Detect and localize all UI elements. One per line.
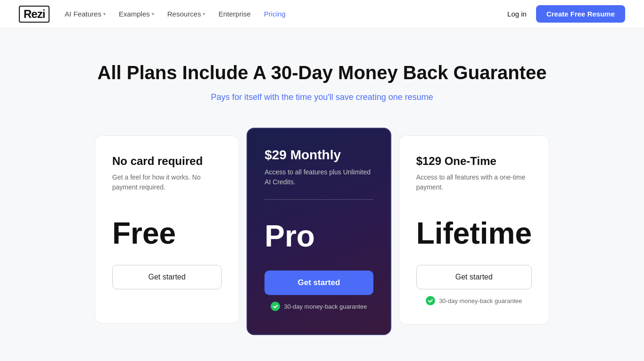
lifetime-get-started-button[interactable]: Get started	[416, 265, 532, 289]
create-resume-button[interactable]: Create Free Resume	[536, 5, 625, 23]
nav-label: AI Features	[65, 10, 101, 18]
free-plan-name: Free	[112, 216, 222, 251]
nav-links: AI Features ▾ Examples ▾ Resources ▾ Ent…	[65, 10, 492, 18]
pro-divider	[264, 199, 373, 200]
logo[interactable]: Rezi	[19, 6, 50, 23]
nav-label: Pricing	[264, 10, 286, 18]
free-card-header: No card required Get a feel for how it w…	[112, 155, 222, 197]
free-plan-title: No card required	[112, 155, 222, 168]
free-plan-card: No card required Get a feel for how it w…	[95, 135, 239, 324]
page-title: All Plans Include A 30-Day Money Back Gu…	[9, 61, 635, 84]
hero-section: All Plans Include A 30-Day Money Back Gu…	[0, 28, 644, 126]
lifetime-plan-card: $129 One-Time Access to all features wit…	[399, 135, 549, 325]
nav-label: Enterprise	[218, 10, 250, 18]
lifetime-plan-description: Access to all features with a one-time p…	[416, 172, 532, 192]
nav-label: Examples	[119, 10, 150, 18]
lifetime-guarantee-icon	[426, 296, 435, 305]
pro-get-started-button[interactable]: Get started	[264, 271, 373, 295]
pro-card-header: $29 Monthly Access to all features plus …	[264, 148, 373, 190]
chevron-icon: ▾	[103, 11, 106, 16]
free-plan-description: Get a feel for how it works. No payment …	[112, 172, 222, 192]
pro-plan-name: Pro	[264, 219, 373, 254]
navbar: Rezi AI Features ▾ Examples ▾ Resources …	[0, 0, 644, 28]
free-get-started-button[interactable]: Get started	[112, 265, 222, 289]
lifetime-plan-name: Lifetime	[416, 216, 532, 251]
hero-subtitle: Pays for itself with the time you'll sav…	[9, 92, 635, 102]
lifetime-guarantee-text: 30-day money-back guarantee	[439, 297, 522, 304]
pro-guarantee-badge: 30-day money-back guarantee	[264, 302, 373, 311]
pro-plan-description: Access to all features plus Unlimited AI…	[264, 167, 373, 187]
nav-item-pricing[interactable]: Pricing	[264, 10, 286, 18]
nav-right: Log in Create Free Resume	[507, 5, 625, 23]
chevron-icon: ▾	[152, 11, 154, 16]
login-button[interactable]: Log in	[507, 10, 527, 18]
nav-item-resources[interactable]: Resources ▾	[167, 10, 206, 18]
guarantee-icon	[271, 302, 280, 311]
pro-guarantee-text: 30-day money-back guarantee	[284, 303, 367, 310]
nav-item-enterprise[interactable]: Enterprise	[218, 10, 250, 18]
lifetime-plan-title: $129 One-Time	[416, 155, 532, 168]
nav-label: Resources	[167, 10, 201, 18]
pro-plan-card: $29 Monthly Access to all features plus …	[247, 128, 391, 335]
nav-item-ai-features[interactable]: AI Features ▾	[65, 10, 106, 18]
chevron-icon: ▾	[203, 11, 205, 16]
lifetime-card-header: $129 One-Time Access to all features wit…	[416, 155, 532, 197]
pricing-grid: No card required Get a feel for how it w…	[63, 126, 581, 345]
lifetime-guarantee-badge: 30-day money-back guarantee	[416, 296, 532, 305]
pro-plan-price: $29 Monthly	[264, 148, 373, 163]
nav-item-examples[interactable]: Examples ▾	[119, 10, 154, 18]
